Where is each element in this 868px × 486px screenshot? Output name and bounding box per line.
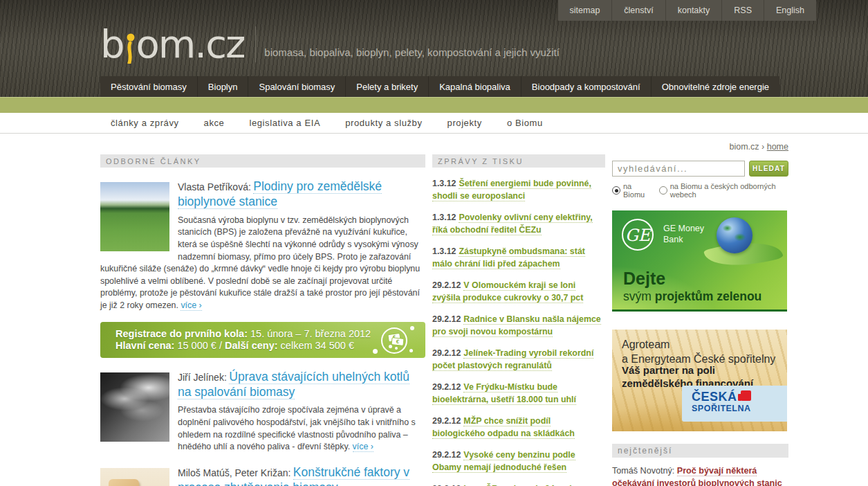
news-item: 29.2.12MŽP chce snížit podíl biologickéh… bbox=[432, 415, 605, 440]
banner-line-2: Hlavní cena: 15 000 € / Další ceny: celk… bbox=[116, 340, 425, 352]
main-nav-item[interactable]: Obnovitelné zdroje energie bbox=[652, 76, 779, 97]
logo-text-left: b bbox=[100, 25, 124, 64]
news-date: 29.2.12 bbox=[432, 280, 461, 290]
news-date: 1.3.12 bbox=[432, 246, 456, 256]
site-tagline: biomasa, biopaliva, bioplyn, pelety, kom… bbox=[264, 46, 560, 64]
ge-ad-headline: Dejte bbox=[623, 269, 665, 289]
most-read-author: Tomáš Novotný: bbox=[612, 466, 674, 476]
article-item: Jiří Jelínek: Úprava stávajících uhelnýc… bbox=[100, 370, 425, 453]
article-author: Jiří Jelínek: bbox=[178, 372, 227, 383]
news-date: 29.2.12 bbox=[432, 416, 461, 426]
news-list: 1.3.12Šetření energiemi bude povinné, sh… bbox=[432, 178, 605, 486]
secondary-nav-item[interactable]: články a zprávy bbox=[111, 118, 179, 128]
main-nav-item[interactable]: Kapalná biopaliva bbox=[429, 76, 521, 97]
breadcrumb-site-link[interactable]: biom.cz bbox=[730, 142, 759, 152]
article-thumbnail-briquettes-photo[interactable] bbox=[100, 468, 169, 486]
article-item: Vlasta Petříková: Plodiny pro zemědělské… bbox=[100, 179, 425, 312]
news-item: 1.3.12Šetření energiemi bude povinné, sh… bbox=[432, 178, 605, 203]
sidebar-column: biom.cz › home HLEDAT na Biomu na Biomu … bbox=[612, 137, 788, 486]
main-nav-item[interactable]: Bioodpady a kompostování bbox=[521, 76, 652, 97]
news-item: 1.3.12Zástupkyně ombudsmana: stát málo c… bbox=[432, 246, 605, 271]
most-read-item: Tomáš Novotný: Proč bývají některá očeká… bbox=[612, 465, 788, 486]
news-item: 29.2.12Ve Frýdku-Místku bude bioelektrár… bbox=[432, 381, 605, 406]
main-nav-item[interactable]: Spalování biomasy bbox=[248, 76, 346, 97]
utility-nav: sitemapčlenstvíkontaktyRSSEnglish bbox=[558, 0, 816, 21]
utility-nav-item[interactable]: kontakty bbox=[666, 0, 723, 21]
secondary-nav-item[interactable]: o Biomu bbox=[507, 118, 543, 128]
news-item: 29.2.12Lesy ČR podepsaly 94 smluv, na 23… bbox=[432, 483, 605, 486]
news-date: 29.2.12 bbox=[432, 314, 461, 324]
globe-on-leaf-icon bbox=[699, 216, 782, 278]
article-more-link[interactable]: více › bbox=[353, 442, 373, 452]
most-read-section-header: nejčtenější bbox=[612, 444, 788, 458]
radio-checked-icon[interactable] bbox=[612, 186, 620, 195]
news-date: 1.3.12 bbox=[432, 213, 456, 222]
article-thumbnail-smokestack-photo[interactable] bbox=[100, 372, 169, 442]
articles-section-header: ODBORNÉ ČLÁNKY bbox=[100, 154, 425, 168]
contest-banner[interactable]: Registrace do prvního kola: 15. února – … bbox=[100, 322, 425, 358]
news-date: 29.2.12 bbox=[432, 382, 461, 392]
news-date: 29.2.12 bbox=[432, 450, 461, 460]
banner-line-1: Registrace do prvního kola: 15. února – … bbox=[116, 328, 425, 340]
search-scope-options: na Biomu na Biomu a českých odborných we… bbox=[612, 182, 788, 199]
secondary-nav: články a zprávyakcelegislativa a EIAprod… bbox=[0, 113, 868, 134]
news-item: 29.2.12Radnice v Blansku našla nájemce p… bbox=[432, 314, 605, 339]
news-link[interactable]: Šetření energiemi bude povinné, shodli s… bbox=[432, 179, 591, 201]
article-more-link[interactable]: více › bbox=[181, 300, 201, 311]
agroteam-ad-intro: Agroteama Energyteam České spořitelny bbox=[622, 338, 775, 367]
breadcrumb-home-link[interactable]: home bbox=[767, 142, 788, 152]
utility-nav-item[interactable]: sitemap bbox=[558, 0, 613, 21]
news-date: 29.2.12 bbox=[432, 348, 461, 358]
ge-money-bank-ad[interactable]: GE GE MoneyBank Dejte svým projektům zel… bbox=[612, 210, 787, 312]
article-author: Miloš Matúš, Peter Križan: bbox=[178, 467, 290, 478]
news-item: 1.3.12Povolenky ovlivní ceny elektřiny, … bbox=[432, 212, 605, 237]
main-nav-item[interactable]: Pelety a brikety bbox=[346, 76, 429, 97]
agroteam-ad[interactable]: Agroteama Energyteam České spořitelny Vá… bbox=[612, 330, 787, 431]
main-nav: Pěstování biomasyBioplynSpalování biomas… bbox=[100, 76, 779, 97]
secondary-nav-item[interactable]: projekty bbox=[447, 118, 482, 128]
articles-column: ODBORNÉ ČLÁNKY Vlasta Petříková: Plodiny… bbox=[100, 137, 425, 486]
logo-separator bbox=[255, 26, 256, 62]
secondary-nav-item[interactable]: produkty a služby bbox=[345, 118, 422, 128]
article-thumbnail-field-photo[interactable] bbox=[100, 182, 169, 251]
olive-accent-stripe bbox=[0, 97, 868, 113]
news-section-header: ZPRÁVY Z TISKU bbox=[432, 154, 605, 168]
search-scope-biom-label[interactable]: na Biomu bbox=[623, 182, 649, 199]
main-nav-item[interactable]: Pěstování biomasy bbox=[100, 76, 198, 97]
logo-text-right: om.cz bbox=[136, 25, 245, 64]
site-logo[interactable]: b om.cz biomasa, biopaliva, bioplyn, pel… bbox=[100, 25, 560, 64]
news-item: 29.2.12V Olomouckém kraji se loni zvýšil… bbox=[432, 280, 605, 305]
secondary-nav-item[interactable]: akce bbox=[204, 118, 225, 128]
news-date: 1.3.12 bbox=[432, 179, 456, 188]
news-item: 29.2.12Jelínek-Trading vyrobil rekordní … bbox=[432, 348, 605, 372]
logo-sprout-icon bbox=[124, 33, 136, 64]
search-button[interactable]: HLEDAT bbox=[749, 161, 788, 177]
breadcrumb: biom.cz › home bbox=[612, 142, 788, 152]
news-item: 29.2.12Vysoké ceny benzinu podle Obamy n… bbox=[432, 449, 605, 474]
breadcrumb-separator: › bbox=[761, 142, 764, 152]
content-area: ODBORNÉ ČLÁNKY Vlasta Petříková: Plodiny… bbox=[100, 134, 788, 486]
article-summary: Přestavba stávajícího zdroje spočívala z… bbox=[178, 405, 416, 451]
search-input[interactable] bbox=[612, 161, 745, 177]
news-link[interactable]: Povolenky ovlivní ceny elektřiny, říká o… bbox=[432, 213, 593, 235]
ge-ad-subline: svým projektům zelenou bbox=[623, 289, 761, 304]
secondary-nav-item[interactable]: legislativa a EIA bbox=[249, 118, 320, 128]
news-column: ZPRÁVY Z TISKU 1.3.12Šetření energiemi b… bbox=[432, 137, 605, 486]
radio-unchecked-icon[interactable] bbox=[659, 186, 667, 195]
euro-money-icon: €€ bbox=[381, 327, 407, 354]
site-header: sitemapčlenstvíkontaktyRSSEnglish b om.c… bbox=[0, 0, 868, 97]
search-scope-web-label[interactable]: na Biomu a českých odborných webech bbox=[670, 182, 779, 199]
article-author: Vlasta Petříková: bbox=[178, 181, 251, 192]
search-bar: HLEDAT bbox=[612, 161, 788, 177]
utility-nav-item[interactable]: English bbox=[764, 0, 816, 21]
article-item: Miloš Matúš, Peter Križan: Konštrukčné f… bbox=[100, 465, 425, 486]
ceska-sporitelna-symbol-icon bbox=[741, 390, 751, 401]
ge-logo-icon: GE bbox=[622, 219, 654, 251]
ceska-sporitelna-logo: ČESKÁ SPOŘITELNA bbox=[682, 386, 787, 422]
main-nav-item[interactable]: Bioplyn bbox=[198, 76, 249, 97]
utility-nav-item[interactable]: členství bbox=[612, 0, 665, 21]
utility-nav-item[interactable]: RSS bbox=[722, 0, 764, 21]
